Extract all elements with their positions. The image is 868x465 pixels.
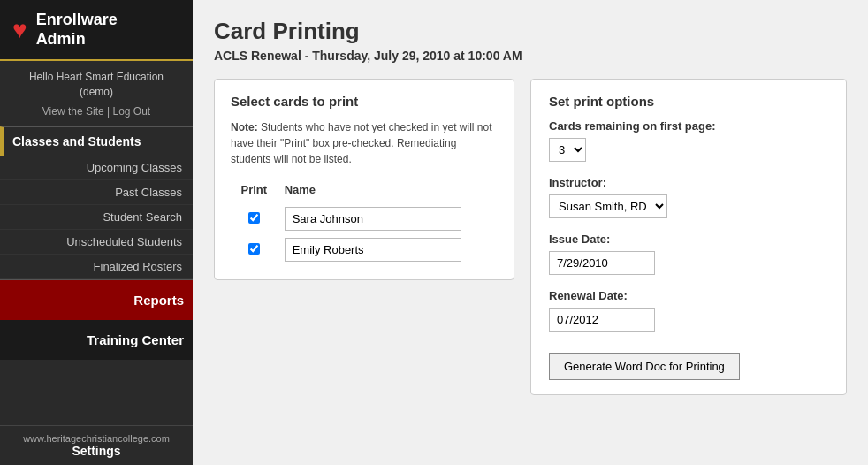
sidebar-item-upcoming-classes[interactable]: Upcoming Classes xyxy=(0,156,193,180)
col-name-header: Name xyxy=(278,179,498,203)
issue-date-label: Issue Date: xyxy=(549,232,828,246)
brand-title: EnrollwareAdmin xyxy=(36,11,118,49)
instructor-group: Instructor: Susan Smith, RD xyxy=(549,176,828,218)
sidebar-item-student-search[interactable]: Student Search xyxy=(0,205,193,230)
table-row xyxy=(231,234,498,265)
renewal-date-label: Renewal Date: xyxy=(549,289,828,302)
cards-remaining-select[interactable]: 1 2 3 4 5 xyxy=(549,138,586,162)
generate-doc-button[interactable]: Generate Word Doc for Printing xyxy=(549,353,740,380)
sidebar-item-reports[interactable]: Reports xyxy=(0,279,193,320)
col-print-header: Print xyxy=(231,179,278,203)
page-subtitle: ACLS Renewal - Thursday, July 29, 2010 a… xyxy=(214,49,847,63)
sidebar-item-unscheduled-students[interactable]: Unscheduled Students xyxy=(0,230,193,255)
sidebar: ♥ EnrollwareAdmin Hello Heart Smart Educ… xyxy=(0,0,193,465)
select-cards-title: Select cards to print xyxy=(231,94,498,109)
issue-date-group: Issue Date: xyxy=(549,232,828,275)
settings-link[interactable]: Settings xyxy=(5,444,187,458)
student-checkbox-0[interactable] xyxy=(248,212,260,224)
select-cards-panel: Select cards to print Note: Students who… xyxy=(214,79,514,280)
view-logout-links[interactable]: View the Site | Log Out xyxy=(0,103,193,126)
footer-url: www.heritagechristiancollege.com xyxy=(23,433,170,444)
view-site-link[interactable]: View the Site xyxy=(42,105,104,118)
renewal-date-group: Renewal Date: xyxy=(549,289,828,332)
hello-user: Hello Heart Smart Education(demo) xyxy=(0,61,193,103)
sidebar-item-finalized-rosters[interactable]: Finalized Rosters xyxy=(0,255,193,279)
cards-remaining-group: Cards remaining on first page: 1 2 3 4 5 xyxy=(549,119,828,162)
cards-remaining-label: Cards remaining on first page: xyxy=(549,119,828,133)
print-options-title: Set print options xyxy=(549,94,828,109)
sidebar-item-classes-students[interactable]: Classes and Students xyxy=(0,126,193,156)
log-out-link[interactable]: Log Out xyxy=(112,105,150,118)
heart-icon: ♥ xyxy=(12,18,27,42)
issue-date-input[interactable] xyxy=(549,251,655,275)
instructor-select[interactable]: Susan Smith, RD xyxy=(549,194,667,218)
note-text: Note: Students who have not yet checked … xyxy=(231,119,498,167)
table-row xyxy=(231,203,498,234)
renewal-date-input[interactable] xyxy=(549,308,655,332)
sidebar-item-training-center[interactable]: Training Center xyxy=(0,320,193,360)
content-row: Select cards to print Note: Students who… xyxy=(214,79,847,395)
sidebar-header: ♥ EnrollwareAdmin xyxy=(0,0,193,61)
print-options-panel: Set print options Cards remaining on fir… xyxy=(530,79,847,395)
main-content: Card Printing ACLS Renewal - Thursday, J… xyxy=(193,0,868,465)
sidebar-item-past-classes[interactable]: Past Classes xyxy=(0,180,193,205)
student-name-field-1[interactable] xyxy=(285,238,461,262)
page-title: Card Printing xyxy=(214,18,847,45)
student-table: Print Name xyxy=(231,179,498,265)
student-name-field-0[interactable] xyxy=(285,207,461,231)
student-checkbox-1[interactable] xyxy=(248,243,260,255)
sidebar-footer: www.heritagechristiancollege.com Setting… xyxy=(0,425,193,465)
instructor-label: Instructor: xyxy=(549,176,828,189)
